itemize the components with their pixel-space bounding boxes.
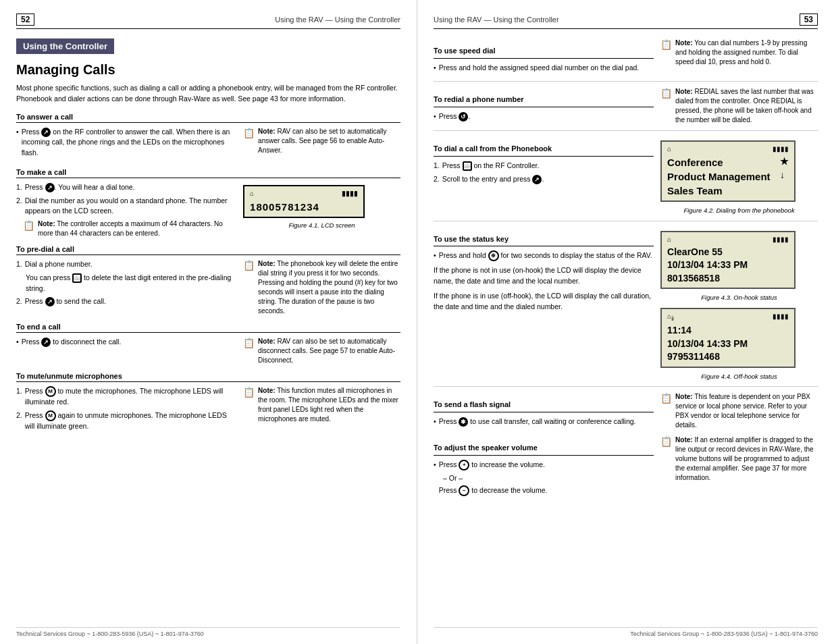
right-page-header-title: Using the RAV — Using the Controller — [434, 16, 559, 24]
answer-bullet: • Press ↗ on the RF controller to answer… — [16, 127, 236, 159]
speed-dial-main: To use speed dial • Press and hold the a… — [434, 38, 654, 76]
note-icon: 📋 — [243, 127, 255, 155]
onhook-line2: 10/13/04 14:33 PM — [667, 259, 789, 272]
predial-note: 📋 Note: The phonebook key will delete th… — [243, 259, 400, 316]
pb-lcd-antenna: ⌂ — [667, 144, 671, 154]
vol-down-icon: − — [459, 485, 469, 496]
lcd-signal: ▮▮▮▮ — [342, 189, 358, 198]
answer-main: • Press ↗ on the RF controller to answer… — [16, 127, 236, 161]
subsection-speed-dial: To use speed dial — [434, 45, 654, 59]
offhook-line2: 10/13/04 14:33 PM — [667, 338, 789, 351]
vol-note-icon: 📋 — [660, 435, 672, 483]
onhook-line1: ClearOne 55 — [667, 246, 789, 259]
divider4 — [434, 386, 818, 387]
mute-main: 1. Press M to mute the microphones. The … — [16, 386, 236, 435]
subsection-mute: To mute/unmute microphones — [16, 372, 400, 382]
section-title-box: Using the Controller — [16, 38, 114, 54]
lcd-display: ⌂ ▮▮▮▮ 18005781234 — [243, 185, 365, 218]
offhook-line1: 11:14 — [667, 324, 789, 338]
subsection-phonebook: To dial a call from the Phonebook — [434, 143, 654, 157]
predial-note-icon: 📋 — [243, 259, 255, 316]
flash-row: To send a flash signal • Press ✱ to use … — [434, 392, 818, 430]
end-call-icon: ↗ — [41, 338, 51, 347]
pb-line2: Product Management — [667, 169, 771, 184]
answer-call-icon: ↗ — [41, 128, 51, 137]
subsection-redial: To redial a phone number — [434, 94, 654, 107]
divider1 — [434, 81, 818, 82]
pb-arrow: ↓ — [780, 169, 789, 182]
flash-note-icon: 📋 — [660, 392, 672, 430]
redial-note-icon: 📋 — [660, 87, 672, 125]
phonebook-select-icon: ↗ — [532, 175, 542, 184]
pb-star: ★ — [780, 155, 789, 169]
mute-icon1: M — [45, 386, 56, 397]
mute-content-row: 1. Press M to mute the microphones. The … — [16, 386, 400, 435]
status-hold-icon: ⊕ — [488, 250, 499, 261]
phonebook-pb-icon1: 📖 — [463, 161, 472, 171]
right-page-header: Using the RAV — Using the Controller 53 — [434, 14, 818, 29]
status-body1: If the phone is not in use (on-hook) the… — [434, 265, 654, 287]
offhook-text: 11:14 10/13/04 14:33 PM 9795311468 — [667, 324, 789, 364]
figure-4-3: Figure 4.3. On-hook status — [660, 293, 818, 302]
left-page-number: 52 — [16, 14, 34, 26]
onhook-line3: 8013568518 — [667, 272, 789, 286]
right-footer: Technical Services Group ~ 1-800-283-593… — [434, 627, 818, 637]
volume-main: To adjust the speaker volume • Press + t… — [434, 435, 654, 499]
speed-dial-row: To use speed dial • Press and hold the a… — [434, 38, 818, 76]
onhook-lcd: ⌂ ▮▮▮▮ ClearOne 55 10/13/04 14:33 PM 801… — [660, 231, 796, 290]
right-page: Using the RAV — Using the Controller 53 … — [417, 0, 834, 644]
make-main: 1. Press ↗. You will hear a dial tone. 2… — [16, 182, 236, 238]
subsection-volume: To adjust the speaker volume — [434, 442, 654, 456]
predial-send-icon: ↗ — [45, 297, 55, 306]
intro-text: Most phone specific functions, such as d… — [16, 83, 400, 105]
phonebook-lcd-text: Conference Product Management Sales Team — [667, 155, 771, 198]
redial-icon: ↺ — [459, 112, 468, 122]
mute-icon2: M — [45, 410, 56, 421]
offhook-signal: ▮▮▮▮ — [773, 312, 789, 323]
mute-note: 📋 Note: This function mutes all micropho… — [243, 386, 400, 435]
phonebook-lcd-area: ⌂ ▮▮▮▮ Conference Product Management Sal… — [660, 136, 818, 215]
offhook-lcd: ⌂ii ▮▮▮▮ 11:14 10/13/04 14:33 PM 9795311… — [660, 308, 796, 368]
end-note: 📋 Note: RAV can also be set to automatic… — [243, 337, 400, 365]
make-call-icon1: ↗ — [45, 183, 55, 192]
make-lcd-area: ⌂ ▮▮▮▮ 18005781234 Figure 4.1. LCD scree… — [243, 182, 400, 238]
end-main: • Press ↗ to disconnect the call. — [16, 337, 236, 365]
volume-row: To adjust the speaker volume • Press + t… — [434, 435, 818, 499]
redial-note: 📋 Note: REDIAL saves the last number tha… — [660, 87, 818, 125]
lcd-antenna: ⌂ — [250, 189, 254, 198]
figure-4-1: Figure 4.1. LCD screen — [243, 221, 400, 230]
status-body2: If the phone is in use (off-hook), the L… — [434, 291, 654, 313]
subsection-answer: To answer a call — [16, 113, 400, 123]
subsection-make: To make a call — [16, 168, 400, 178]
answer-note: 📋 Note: RAV can also be set to automatic… — [243, 127, 400, 161]
right-page-number: 53 — [800, 14, 818, 26]
pb-line3: Sales Team — [667, 184, 771, 198]
phonebook-row: To dial a call from the Phonebook 1. Pre… — [434, 136, 818, 215]
figure-4-2: Figure 4.2. Dialing from the phonebook — [660, 206, 818, 215]
main-heading: Managing Calls — [16, 62, 400, 78]
offhook-antenna: ⌂ii — [667, 312, 674, 323]
figure-4-4: Figure 4.4. Off-hook status — [660, 372, 818, 381]
flash-main: To send a flash signal • Press ✱ to use … — [434, 392, 654, 430]
divider3 — [434, 221, 818, 221]
end-content-row: • Press ↗ to disconnect the call. 📋 Note… — [16, 337, 400, 365]
subsection-status: To use the status key — [434, 234, 654, 247]
redial-main: To redial a phone number • Press ↺. — [434, 87, 654, 125]
vol-up-icon: + — [459, 460, 469, 471]
lcd-number: 18005781234 — [250, 200, 358, 214]
flash-icon: ✱ — [459, 417, 468, 427]
onhook-text: ClearOne 55 10/13/04 14:33 PM 8013568518 — [667, 246, 789, 286]
flash-note: 📋 Note: This feature is dependent on you… — [660, 392, 818, 430]
answer-content-row: • Press ↗ on the RF controller to answer… — [16, 127, 400, 161]
predial-pb-icon: 📖 — [72, 273, 82, 283]
speed-note-icon: 📋 — [660, 38, 672, 67]
speed-dial-note: 📋 Note: You can dial numbers 1-9 by pres… — [660, 38, 818, 76]
predial-content-row: 1. Dial a phone number. You can press 📖 … — [16, 259, 400, 316]
divider2 — [434, 130, 818, 131]
left-page-header-title: Using the RAV — Using the Controller — [275, 16, 400, 24]
make-sub-note-icon: 📋 — [23, 219, 34, 238]
onhook-signal: ▮▮▮▮ — [773, 235, 789, 244]
predial-main: 1. Dial a phone number. You can press 📖 … — [16, 259, 236, 316]
left-footer: Technical Services Group ~ 1-800-283-593… — [16, 627, 400, 637]
onhook-antenna: ⌂ — [667, 235, 671, 244]
